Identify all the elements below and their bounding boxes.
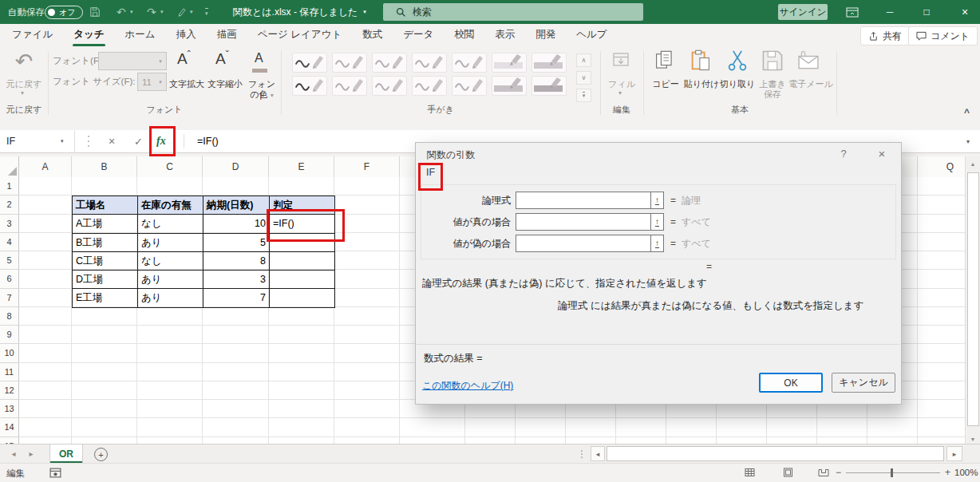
cell[interactable] (867, 418, 918, 437)
hscroll-right-icon[interactable]: ▸ (946, 446, 962, 461)
cut-button-label[interactable]: 切り取り (717, 78, 758, 90)
cell[interactable] (19, 363, 72, 381)
dialog-help-link[interactable]: この関数のヘルプ(H) (422, 379, 513, 393)
vertical-scrollbar[interactable]: ▲ ▼ (965, 156, 980, 448)
close-button[interactable]: × (950, 0, 980, 24)
tab-scroll-split-handle[interactable] (581, 448, 583, 460)
ribbon-display-options-icon[interactable] (846, 7, 859, 18)
column-header-Q[interactable]: Q (918, 156, 965, 177)
cell[interactable] (334, 251, 400, 270)
fill-button-label[interactable]: フィル (600, 78, 643, 90)
row-header-10[interactable]: 10 (0, 344, 19, 362)
field-input-0[interactable] (516, 192, 653, 209)
column-header-C[interactable]: C (137, 156, 203, 177)
cell[interactable] (334, 437, 400, 444)
normal-view-icon[interactable] (745, 468, 755, 477)
table-cell[interactable]: 7 (204, 289, 270, 307)
table-cell[interactable]: B工場 (73, 234, 138, 252)
ink-pen-tile[interactable] (452, 76, 487, 96)
tab-4[interactable]: 描画 (207, 24, 247, 46)
ink-pen-tile[interactable] (292, 76, 327, 96)
name-box[interactable]: IF ▾ (0, 130, 75, 152)
scroll-up-icon[interactable]: ▲ (966, 156, 980, 171)
font-size-combo[interactable]: 11▾ (137, 73, 167, 91)
email-button-label[interactable]: 電子メール (788, 78, 833, 90)
table-cell[interactable] (270, 289, 335, 307)
row-header-9[interactable]: 9 (0, 326, 19, 344)
table-cell[interactable] (270, 271, 335, 289)
cell[interactable] (203, 418, 269, 437)
cell[interactable] (269, 418, 334, 437)
ink-pen-tile[interactable] (412, 53, 447, 73)
table-cell[interactable]: 3 (204, 271, 270, 289)
cell[interactable] (334, 270, 400, 288)
cell[interactable] (19, 400, 72, 418)
column-header-B[interactable]: B (72, 156, 137, 177)
cell[interactable] (400, 437, 465, 444)
cut-icon[interactable] (727, 49, 748, 73)
copy-button-label[interactable]: コピー (646, 78, 685, 90)
zoom-in-icon[interactable]: + (945, 467, 950, 478)
undo-split-dropdown-icon[interactable]: ▾ (21, 89, 24, 97)
tab-6[interactable]: 数式 (352, 24, 393, 46)
horizontal-scroll-thumb[interactable] (607, 446, 944, 461)
cell[interactable] (72, 326, 137, 344)
column-header-F[interactable]: F (334, 156, 400, 177)
table-header-cell[interactable]: 工場名 (73, 196, 138, 215)
cell[interactable] (19, 381, 72, 400)
cancel-entry-icon[interactable]: × (109, 130, 115, 152)
cell[interactable] (72, 344, 137, 362)
ink-pen-tile[interactable] (452, 53, 487, 73)
cell[interactable] (137, 326, 203, 344)
save-icon[interactable] (89, 6, 101, 18)
ink-pen-tile[interactable] (531, 76, 567, 96)
cancel-button[interactable]: キャンセル (832, 373, 895, 393)
redo-dropdown-icon[interactable]: ▾ (160, 0, 164, 24)
cell[interactable] (767, 418, 817, 437)
email-icon[interactable] (795, 51, 822, 72)
range-select-button[interactable]: ↑ (650, 192, 664, 209)
cell[interactable] (334, 177, 400, 196)
save-button-label-2[interactable]: 保存 (753, 89, 792, 101)
cell[interactable] (918, 437, 965, 444)
formula-bar-handle[interactable] (88, 130, 89, 152)
quick-access-customize-icon[interactable]: ▾ (205, 8, 208, 18)
cell[interactable] (269, 437, 334, 444)
tab-2[interactable]: ホーム (115, 24, 166, 46)
cell[interactable] (616, 418, 666, 437)
cell[interactable] (203, 177, 269, 196)
font-color-icon[interactable]: A (255, 51, 263, 65)
table-cell[interactable]: C工場 (73, 252, 138, 271)
shrink-font-label[interactable]: 文字縮小 (206, 78, 244, 90)
undo-icon[interactable]: ↶ (117, 0, 126, 24)
dialog-close-icon[interactable]: × (871, 144, 893, 162)
table-header-cell[interactable]: 納期(日数) (204, 196, 270, 215)
fill-icon[interactable] (611, 51, 630, 70)
cell[interactable] (203, 344, 269, 362)
row-header-6[interactable]: 6 (0, 270, 19, 288)
cell[interactable] (72, 363, 137, 381)
table-cell[interactable]: 5 (204, 234, 270, 252)
cell[interactable] (717, 418, 767, 437)
cell[interactable] (918, 233, 965, 251)
tab-10[interactable]: 開発 (525, 24, 566, 46)
maximize-button[interactable]: □ (913, 0, 940, 24)
grow-font-label[interactable]: 文字拡大 (168, 78, 206, 90)
cell[interactable] (918, 270, 965, 288)
field-input-1[interactable] (516, 213, 653, 231)
tab-5[interactable]: ページ レイアウト (247, 24, 353, 46)
cell[interactable] (19, 307, 72, 326)
page-break-view-icon[interactable] (818, 468, 829, 477)
cell[interactable] (465, 437, 516, 444)
cell[interactable] (203, 400, 269, 418)
row-header-11[interactable]: 11 (0, 363, 19, 381)
column-header-E[interactable]: E (269, 156, 334, 177)
ink-pen-tile[interactable] (531, 53, 567, 73)
cell[interactable] (19, 215, 72, 233)
cell[interactable] (72, 177, 137, 196)
cell[interactable] (137, 418, 203, 437)
dialog-help-icon[interactable]: ? (834, 144, 853, 162)
search-box[interactable]: 検索 (383, 3, 643, 21)
ok-button[interactable]: OK (759, 373, 823, 393)
cell[interactable] (19, 344, 72, 362)
